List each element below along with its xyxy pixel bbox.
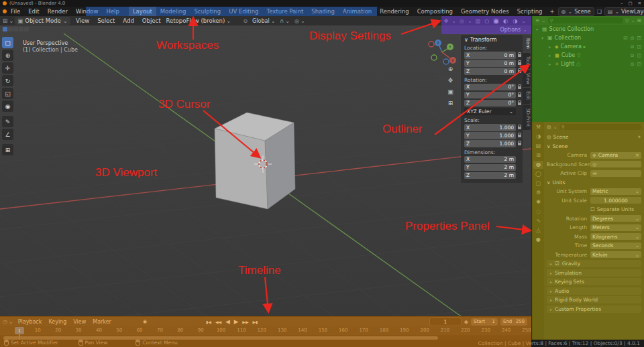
outliner-row-camera[interactable]: ▸◆Camera▸⊙◫ — [533, 42, 644, 51]
tab-workspace-sculpting[interactable]: Sculpting — [190, 7, 225, 16]
3d-viewport[interactable]: ZYX ▢⊕✛↻◱◉✎∠⊞ User Perspective (1) Colle… — [0, 16, 531, 316]
new-collection-icon[interactable]: ⊞ — [637, 17, 641, 23]
eye-icon[interactable]: ⊙ — [631, 36, 635, 41]
section-simulation[interactable]: ▸Simulation — [547, 269, 641, 277]
temperature-dropdown[interactable]: Kelvin⌄ — [590, 251, 641, 258]
editor-type-icon[interactable]: ◷ — [3, 319, 7, 325]
expand-icon[interactable]: ▾ — [541, 36, 545, 40]
expand-icon[interactable]: ▸ — [549, 44, 553, 49]
close-button[interactable]: ✕ — [638, 1, 641, 6]
timeline-menu-marker[interactable]: Marker — [89, 319, 115, 325]
lock-icon[interactable] — [518, 54, 521, 57]
render-camera-icon[interactable]: ◫ — [637, 44, 641, 50]
number-field[interactable]: Y1.000 — [464, 132, 516, 139]
properties-tab-object-data[interactable]: △ — [533, 226, 543, 234]
menu-render[interactable]: Render — [44, 8, 72, 15]
lock-icon[interactable] — [518, 62, 521, 65]
number-field[interactable]: Z1.000 — [464, 140, 516, 147]
pin-icon[interactable]: ✦ — [637, 134, 641, 140]
menu-help[interactable]: Help — [102, 8, 123, 15]
outliner-display-mode-icon[interactable]: ≡ — [535, 17, 539, 23]
tab-workspace-animation[interactable]: Animation — [339, 7, 376, 16]
number-field[interactable]: Y2 m — [464, 164, 516, 171]
lock-icon[interactable] — [518, 143, 521, 145]
background-scene-field[interactable]: ◍ — [590, 161, 641, 167]
proportional-edit-dropdown[interactable]: ◎ ⌄ — [294, 18, 305, 24]
outliner-row-collection[interactable]: ▾ ▣ Collection ☑ ⊙ ◫ — [533, 33, 644, 42]
tool-annotate-button[interactable]: ✎ — [2, 116, 13, 127]
camera-view-icon[interactable]: ▣ — [446, 87, 455, 96]
select-mode-subtract-icon[interactable] — [13, 27, 18, 31]
select-mode-invert-icon[interactable] — [19, 27, 23, 31]
select-mode-intersect-icon[interactable] — [24, 27, 29, 31]
properties-tab-output[interactable]: ▤ — [533, 142, 543, 150]
menu-add[interactable]: Add — [119, 17, 138, 24]
tool-measure-button[interactable]: ∠ — [2, 129, 13, 140]
next-keyframe-button[interactable]: ▶▶ — [242, 320, 248, 324]
tab-workspace-rendering[interactable]: Rendering — [376, 7, 413, 16]
number-field[interactable]: Z0 m — [464, 68, 516, 75]
properties-tab-physics[interactable]: ◌ — [533, 208, 543, 216]
number-field[interactable]: Z2 m — [464, 172, 516, 180]
sidebar-tab-item[interactable]: Item — [523, 35, 531, 52]
render-camera-icon[interactable]: ◫ — [637, 53, 641, 58]
outliner-row-cube[interactable]: ▸■Cube▽⊙◫ — [533, 51, 644, 60]
shading-wireframe-icon[interactable]: ○ — [484, 18, 490, 24]
shading-solid-icon[interactable]: ● — [493, 18, 499, 24]
tab-workspace-shading[interactable]: Shading — [307, 7, 339, 16]
number-field[interactable]: X1.000 — [464, 124, 516, 131]
pan-hand-icon[interactable]: ✥ — [446, 76, 455, 84]
section-gravity[interactable]: ▸☑Gravity — [547, 260, 641, 267]
properties-tab-scene[interactable]: ◍ — [533, 161, 543, 169]
orientation-dropdown[interactable]: Global ⌄ — [252, 18, 275, 24]
eye-icon[interactable]: ⊙ — [631, 53, 635, 58]
frame-end-field[interactable]: End 250 — [500, 318, 527, 326]
time-dropdown[interactable]: Seconds⌄ — [590, 242, 641, 249]
sidebar-tab-tool[interactable]: Tool — [523, 53, 531, 69]
tool-move-button[interactable]: ✛ — [2, 62, 13, 74]
properties-tab-object[interactable]: ▢ — [533, 180, 543, 188]
number-field[interactable]: Z0° — [464, 100, 516, 107]
menu-view[interactable]: View — [72, 17, 93, 24]
section-keying-sets[interactable]: ▸Keying Sets — [547, 278, 641, 285]
outliner-search-input[interactable]: ⚲ — [548, 17, 623, 23]
minimize-button[interactable]: – — [621, 1, 623, 6]
lock-icon[interactable] — [518, 102, 521, 105]
outliner-row-light[interactable]: ▸☀Light○⊙◫ — [533, 60, 644, 68]
properties-tab-constraints[interactable]: ∿ — [533, 217, 543, 225]
tool-add-cube-button[interactable]: ⊞ — [2, 144, 13, 155]
render-camera-icon[interactable]: ◫ — [637, 36, 641, 41]
timeline-menu-keying[interactable]: Keying — [45, 319, 70, 325]
zoom-icon[interactable]: ⊕ — [446, 64, 455, 73]
camera-field[interactable]: ◆ Camera × — [590, 152, 641, 159]
properties-tab-modifiers[interactable]: ⚙ — [533, 189, 543, 197]
number-field[interactable]: X2 m — [464, 156, 516, 163]
lock-icon[interactable] — [518, 70, 521, 73]
section-rigid-body-world[interactable]: ▸Rigid Body World — [547, 296, 641, 303]
menu-retopoflow[interactable]: RetopoFlow (broken) ⌄ — [166, 17, 231, 24]
rotation-mode-dropdown[interactable]: XYZ Euler⌄ — [464, 108, 516, 115]
lock-icon[interactable] — [518, 94, 521, 97]
scene-section-header[interactable]: ∨ Scene — [547, 143, 641, 149]
ortho-toggle-icon[interactable]: ⊞ — [446, 98, 455, 107]
eye-icon[interactable]: ⊙ — [631, 62, 635, 67]
select-mode-extend-icon[interactable] — [8, 27, 13, 31]
properties-tab-particles[interactable]: ✱ — [533, 198, 543, 206]
expand-icon[interactable]: ▸ — [549, 53, 553, 58]
editor-type-icon[interactable]: ◍ — [547, 124, 551, 130]
new-scene-icon[interactable]: ❏ — [597, 9, 602, 15]
previous-keyframe-button[interactable]: ◀◀ — [215, 320, 221, 324]
properties-tab-view-layer[interactable]: ⊞ — [533, 151, 543, 159]
tool-rotate-button[interactable]: ↻ — [2, 75, 13, 86]
menu-object[interactable]: Object — [138, 17, 165, 24]
properties-search-input[interactable]: ⚲ — [559, 124, 641, 130]
sidebar-tab-view[interactable]: View — [523, 70, 531, 88]
playhead-frame-badge[interactable]: 1 — [15, 327, 24, 334]
shading-rendered-icon[interactable]: ◑ — [512, 18, 518, 24]
snap-dropdown[interactable]: ∩ ⌄ — [280, 18, 290, 24]
pivot-point-icon[interactable]: ⊙ — [243, 18, 248, 24]
timeline-menu-playback[interactable]: Playback — [15, 319, 46, 325]
properties-tab-render[interactable]: ◑ — [533, 133, 543, 141]
outliner-row-scene-collection[interactable]: ▾ ▦ Scene Collection — [533, 25, 644, 33]
number-field[interactable]: X0° — [464, 84, 516, 91]
